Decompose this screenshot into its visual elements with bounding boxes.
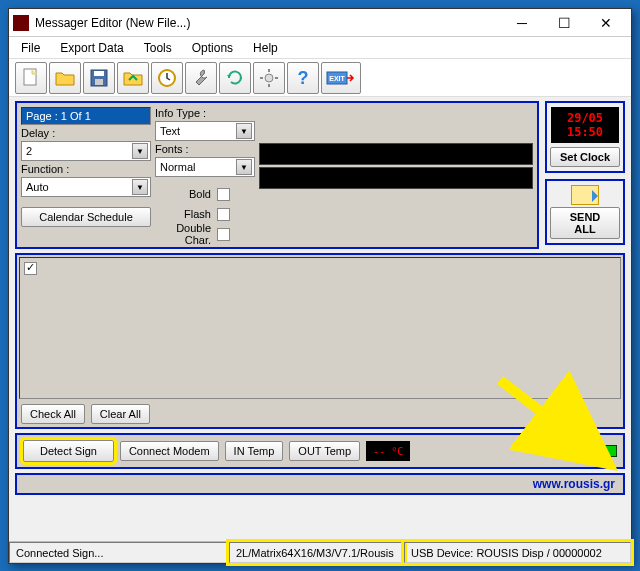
wrench-icon[interactable] [185, 62, 217, 94]
menubar: File Export Data Tools Options Help [9, 37, 631, 59]
clock-display: 29/05 15:50 [551, 107, 619, 143]
fonts-label: Fonts : [155, 143, 255, 155]
menu-file[interactable]: File [13, 39, 48, 57]
titlebar[interactable]: Messager Editor (New File...) ─ ☐ ✕ [9, 9, 631, 37]
app-icon [13, 15, 29, 31]
svg-rect-3 [95, 79, 103, 85]
function-select[interactable]: Auto▼ [21, 177, 151, 197]
menu-export-data[interactable]: Export Data [52, 39, 131, 57]
calendar-schedule-button[interactable]: Calendar Schedule [21, 207, 151, 227]
send-panel: SEND ALL [545, 179, 625, 245]
double-char-checkbox[interactable] [217, 228, 230, 241]
double-label: Double Char. [155, 222, 211, 246]
svg-text:?: ? [298, 68, 309, 88]
refresh-icon[interactable] [219, 62, 251, 94]
website-link[interactable]: www.rousis.gr [533, 477, 615, 491]
detect-sign-button[interactable]: Detect Sign [23, 440, 114, 462]
chevron-down-icon: ▼ [236, 159, 252, 175]
status-device-info: 2L/Matrix64X16/M3/V7.1/Rousis [229, 542, 404, 563]
status-usb-info: USB Device: ROUSIS Disp / 00000002 [404, 542, 631, 563]
message-list-area[interactable]: ✓ [19, 257, 621, 399]
function-label: Function : [21, 163, 151, 175]
out-temp-button[interactable]: OUT Temp [289, 441, 360, 461]
clock-icon[interactable] [151, 62, 183, 94]
clock-time: 15:50 [567, 125, 603, 139]
response-led [597, 445, 617, 457]
in-temp-button[interactable]: IN Temp [225, 441, 284, 461]
clock-date: 29/05 [567, 111, 603, 125]
chevron-down-icon: ▼ [132, 179, 148, 195]
svg-rect-2 [94, 71, 104, 76]
text-line-1[interactable] [259, 143, 533, 165]
delay-select[interactable]: 2▼ [21, 141, 151, 161]
page-header[interactable]: Page : 1 Of 1 [21, 107, 151, 125]
clock-panel: 29/05 15:50 Set Clock [545, 101, 625, 173]
svg-text:EXIT: EXIT [329, 75, 345, 82]
infotype-select[interactable]: Text▼ [155, 121, 255, 141]
send-all-button[interactable]: SEND ALL [550, 207, 620, 239]
text-line-2[interactable] [259, 167, 533, 189]
maximize-button[interactable]: ☐ [543, 10, 585, 36]
message-list-panel: ✓ Check All Clear All [15, 253, 625, 429]
set-clock-button[interactable]: Set Clock [550, 147, 620, 167]
gear-icon[interactable] [253, 62, 285, 94]
status-connected: Connected Sign... [9, 542, 229, 563]
statusbar: Connected Sign... 2L/Matrix64X16/M3/V7.1… [9, 541, 631, 563]
detect-panel: Detect Sign Connect Modem IN Temp OUT Te… [15, 433, 625, 469]
list-item-checkbox[interactable]: ✓ [24, 262, 37, 275]
main-area: Page : 1 Of 1 Delay : 2▼ Function : Auto… [9, 97, 631, 541]
chevron-down-icon: ▼ [236, 123, 252, 139]
chevron-down-icon: ▼ [132, 143, 148, 159]
infotype-label: Info Type : [155, 107, 255, 119]
window-title: Messager Editor (New File...) [35, 16, 501, 30]
minimize-button[interactable]: ─ [501, 10, 543, 36]
send-envelope-icon [571, 185, 599, 205]
clear-all-button[interactable]: Clear All [91, 404, 150, 424]
bold-label: Bold [155, 188, 211, 200]
new-file-icon[interactable] [15, 62, 47, 94]
transfer-icon[interactable] [117, 62, 149, 94]
svg-point-6 [265, 74, 273, 82]
menu-tools[interactable]: Tools [136, 39, 180, 57]
delay-label: Delay : [21, 127, 151, 139]
temp-display: -- °C [366, 441, 410, 461]
flash-checkbox[interactable] [217, 208, 230, 221]
close-button[interactable]: ✕ [585, 10, 627, 36]
open-folder-icon[interactable] [49, 62, 81, 94]
bold-checkbox[interactable] [217, 188, 230, 201]
editor-panel: Page : 1 Of 1 Delay : 2▼ Function : Auto… [15, 101, 539, 249]
toolbar: ? EXIT [9, 59, 631, 97]
link-panel: www.rousis.gr [15, 473, 625, 495]
flash-label: Flash [155, 208, 211, 220]
exit-icon[interactable]: EXIT [321, 62, 361, 94]
fonts-select[interactable]: Normal▼ [155, 157, 255, 177]
app-window: Messager Editor (New File...) ─ ☐ ✕ File… [8, 8, 632, 564]
save-disk-icon[interactable] [83, 62, 115, 94]
menu-help[interactable]: Help [245, 39, 286, 57]
menu-options[interactable]: Options [184, 39, 241, 57]
connect-modem-button[interactable]: Connect Modem [120, 441, 219, 461]
response-label: Response : [535, 445, 591, 457]
help-question-icon[interactable]: ? [287, 62, 319, 94]
check-all-button[interactable]: Check All [21, 404, 85, 424]
